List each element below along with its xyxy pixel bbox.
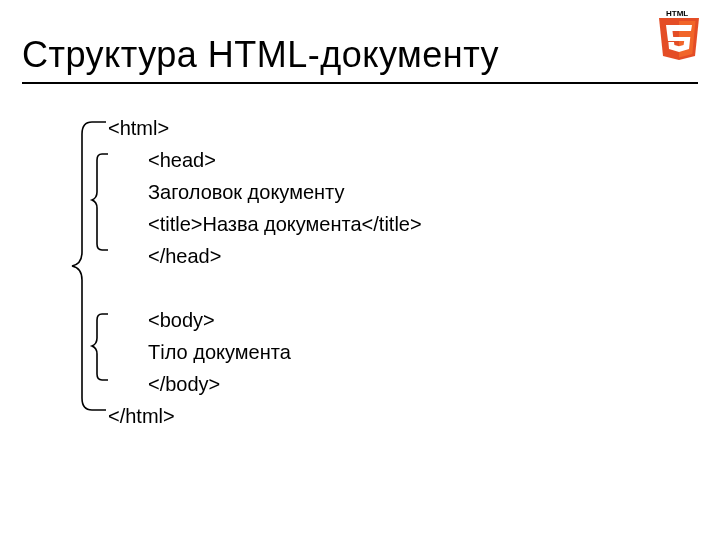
svg-text:HTML: HTML bbox=[666, 9, 688, 18]
code-line: <body> bbox=[108, 304, 422, 336]
code-line: Заголовок документу bbox=[108, 176, 422, 208]
code-line: Тіло документа bbox=[108, 336, 422, 368]
code-line: </body> bbox=[108, 368, 422, 400]
code-line: <html> bbox=[108, 112, 422, 144]
code-line: </head> bbox=[108, 240, 422, 272]
structure-brackets bbox=[60, 112, 110, 432]
code-line: <head> bbox=[108, 144, 422, 176]
code-line: </html> bbox=[108, 400, 422, 432]
html5-logo-icon: HTML bbox=[656, 8, 702, 64]
code-line: <title>Назва документа</title> bbox=[108, 208, 422, 240]
svg-marker-3 bbox=[666, 25, 692, 52]
html-structure-code: <html> <head> Заголовок документу <title… bbox=[108, 112, 422, 432]
slide-title: Структура HTML-документу bbox=[22, 34, 499, 76]
title-underline bbox=[22, 82, 698, 84]
